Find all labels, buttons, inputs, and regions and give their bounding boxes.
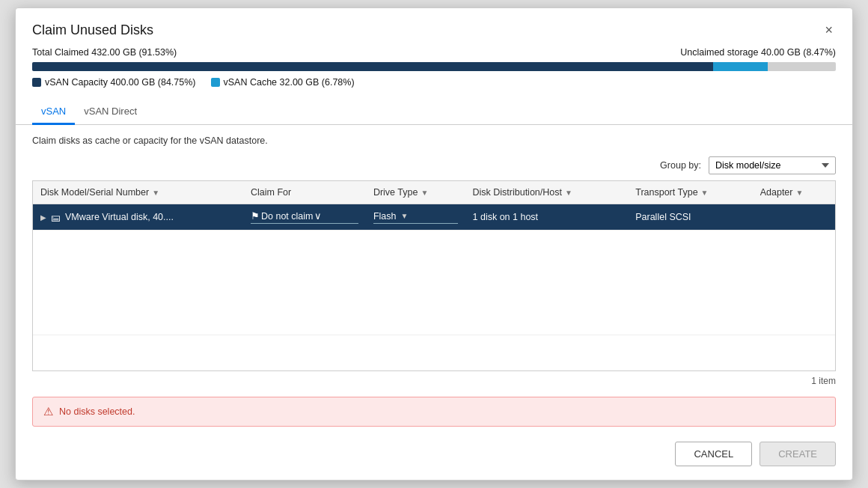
col-disk-model-filter-icon[interactable]: ▼ xyxy=(152,189,159,197)
col-adapter-filter-icon[interactable]: ▼ xyxy=(795,189,803,197)
row-expander-icon[interactable]: ▶ xyxy=(40,213,46,222)
cache-legend-dot xyxy=(211,78,220,87)
tab-vsan[interactable]: vSAN xyxy=(32,100,75,125)
capacity-legend-item: vSAN Capacity 400.00 GB (84.75%) xyxy=(32,77,196,88)
disk-model-value: VMware Virtual disk, 40.... xyxy=(65,212,174,222)
empty-row xyxy=(33,231,835,335)
col-transport-filter-icon[interactable]: ▼ xyxy=(701,189,709,197)
cell-adapter xyxy=(753,204,835,231)
claim-dropdown-chevron: ∨ xyxy=(314,210,322,222)
progress-bar xyxy=(32,62,836,71)
storage-labels: Total Claimed 432.00 GB (91.53%) Unclaim… xyxy=(32,47,836,58)
tab-bar: vSAN vSAN Direct xyxy=(16,100,852,125)
capacity-legend-dot xyxy=(32,78,41,87)
dialog-footer: CANCEL CREATE xyxy=(16,433,852,480)
claim-icon: ⚑ xyxy=(251,210,260,222)
cache-legend-label: vSAN Cache 32.00 GB (6.78%) xyxy=(224,77,355,88)
error-icon: ⚠ xyxy=(43,405,53,418)
dialog-title: Claim Unused Disks xyxy=(32,22,153,38)
capacity-legend-label: vSAN Capacity 400.00 GB (84.75%) xyxy=(45,77,196,88)
claim-unused-disks-dialog: Claim Unused Disks × Total Claimed 432.0… xyxy=(15,7,853,481)
disk-icon: 🖴 xyxy=(51,212,61,223)
col-transport: Transport Type ▼ xyxy=(628,181,752,204)
item-count: 1 item xyxy=(16,371,852,391)
storage-legend: vSAN Capacity 400.00 GB (84.75%) vSAN Ca… xyxy=(32,77,836,88)
capacity-bar xyxy=(32,62,713,71)
error-message: No disks selected. xyxy=(59,406,135,417)
close-button[interactable]: × xyxy=(822,22,836,38)
group-by-select[interactable]: Disk model/size Host Drive type xyxy=(709,156,836,174)
dialog-header: Claim Unused Disks × xyxy=(16,8,852,47)
drive-type-value: Flash xyxy=(373,211,397,222)
cancel-button[interactable]: CANCEL xyxy=(675,442,752,466)
cell-drive-type: Flash ▼ xyxy=(366,204,465,231)
create-button[interactable]: CREATE xyxy=(760,442,836,466)
cache-bar xyxy=(713,62,768,71)
cache-legend-item: vSAN Cache 32.00 GB (6.78%) xyxy=(211,77,355,88)
col-claim-for: Claim For xyxy=(243,181,366,204)
drive-type-chevron[interactable]: ▼ xyxy=(400,212,408,220)
col-drive-type-filter-icon[interactable]: ▼ xyxy=(421,189,428,197)
col-distribution: Disk Distribution/Host ▼ xyxy=(465,181,629,204)
col-disk-model: Disk Model/Serial Number ▼ xyxy=(33,181,243,204)
col-adapter: Adapter ▼ xyxy=(753,181,835,204)
unclaimed-label: Unclaimed storage 40.00 GB (8.47%) xyxy=(680,47,836,58)
error-bar: ⚠ No disks selected. xyxy=(32,397,836,427)
cell-claim-for: ⚑ Do not claim ∨ xyxy=(243,204,366,231)
disk-table: Disk Model/Serial Number ▼ Claim For Dri… xyxy=(33,181,835,335)
table-header-row: Disk Model/Serial Number ▼ Claim For Dri… xyxy=(33,181,835,204)
col-drive-type: Drive Type ▼ xyxy=(366,181,465,204)
claim-for-dropdown[interactable]: ⚑ Do not claim ∨ xyxy=(251,210,358,224)
cell-transport: Parallel SCSI xyxy=(628,204,752,231)
table-toolbar: Group by: Disk model/size Host Drive typ… xyxy=(16,153,852,180)
group-by-label: Group by: xyxy=(660,160,701,171)
tab-description: Claim disks as cache or capacity for the… xyxy=(16,125,852,153)
disk-table-container: Disk Model/Serial Number ▼ Claim For Dri… xyxy=(32,180,836,371)
cell-distribution: 1 disk on 1 host xyxy=(465,204,629,231)
tab-vsan-direct[interactable]: vSAN Direct xyxy=(75,100,146,125)
storage-summary: Total Claimed 432.00 GB (91.53%) Unclaim… xyxy=(16,47,852,94)
total-claimed-label: Total Claimed 432.00 GB (91.53%) xyxy=(32,47,177,58)
cell-disk-model: ▶ 🖴 VMware Virtual disk, 40.... xyxy=(33,204,243,231)
table-row[interactable]: ▶ 🖴 VMware Virtual disk, 40.... ⚑ Do not… xyxy=(33,204,835,231)
col-distribution-filter-icon[interactable]: ▼ xyxy=(565,189,572,197)
claim-for-value: Do not claim xyxy=(261,211,313,222)
